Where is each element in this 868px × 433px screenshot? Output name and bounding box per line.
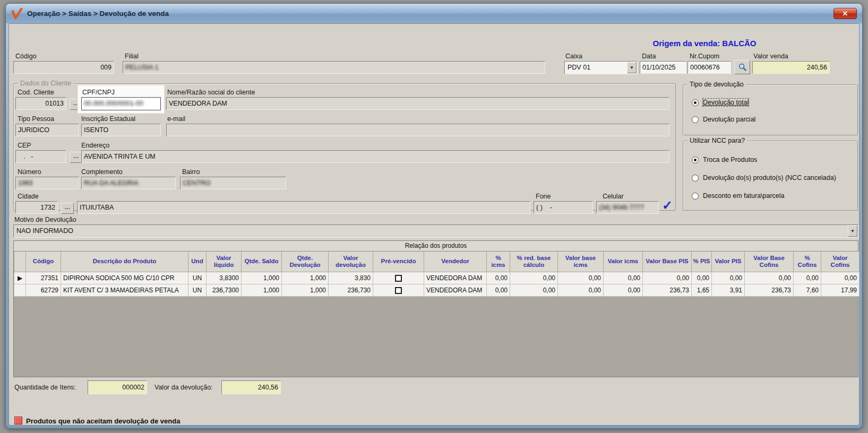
- radio-devolucao-parcial[interactable]: Devolução parcial: [692, 115, 755, 124]
- quantidade-itens-field: 000002: [88, 380, 147, 394]
- filial-label: Filial: [125, 53, 139, 60]
- non-returnable-legend-text: Produtos que não aceitam devolução de ve…: [26, 417, 180, 425]
- pre-vencido-checkbox[interactable]: [395, 275, 402, 282]
- col-valor-liquido: Valor líquido: [207, 252, 242, 272]
- col-pre-vencido: Pré-vencido: [373, 252, 424, 272]
- cupom-label: Nr.Cupom: [690, 53, 719, 60]
- nome-cliente-field[interactable]: VENDEDORA DAM: [166, 97, 669, 110]
- radio-icon: [692, 157, 699, 163]
- cidade-codigo-field[interactable]: 1732: [15, 201, 58, 214]
- cep-field[interactable]: . -: [15, 150, 66, 163]
- celular-label: Celular: [603, 193, 624, 200]
- app-logo-icon: [11, 8, 23, 20]
- radio-desconto-fatura[interactable]: Desconto em fatura\parcela: [692, 191, 785, 201]
- non-returnable-legend-swatch: [14, 417, 22, 425]
- radio-devolucao-ncc-cancelada[interactable]: Devolução do(s) produto(s) (NCC cancelad…: [692, 173, 836, 183]
- cep-lookup-button[interactable]: ...: [70, 152, 82, 163]
- email-field[interactable]: [166, 124, 669, 136]
- celular-field[interactable]: (34) 9046-7777: [596, 201, 659, 214]
- grid-header-row: Código Descrição do Produto Und Valor lí…: [14, 252, 860, 272]
- endereco-field[interactable]: AVENIDA TRINTA E UM: [81, 150, 669, 163]
- endereco-label: Endereço: [81, 142, 110, 149]
- complemento-field[interactable]: RUA DA ALEGRIA: [81, 177, 176, 189]
- cidade-label: Cidade: [18, 193, 39, 200]
- email-label: e-mail: [167, 115, 185, 123]
- data-label: Data: [642, 53, 656, 60]
- search-cupom-button[interactable]: [734, 60, 750, 74]
- confirm-client-button[interactable]: ✓: [662, 198, 673, 213]
- complemento-label: Complemento: [81, 168, 123, 176]
- cod-cliente-field[interactable]: 01013: [15, 97, 66, 110]
- numero-label: Número: [18, 168, 41, 176]
- cpf-field[interactable]: 00.000.000/0001-00: [81, 97, 161, 110]
- valor-devolucao-field: 240,56: [221, 380, 281, 394]
- products-table: Código Descrição do Produto Und Valor lí…: [14, 252, 860, 297]
- filial-field[interactable]: PELUSIA 1: [123, 61, 545, 74]
- dots-icon: ...: [65, 203, 70, 211]
- tipo-devolucao-title: Tipo de devolução: [687, 81, 746, 88]
- col-valor-base-cofins: Valor Base Cofins: [745, 252, 794, 272]
- inscricao-estadual-label: Inscrição Estadual: [81, 115, 135, 123]
- radio-icon: [692, 116, 699, 123]
- dots-icon: ...: [73, 152, 79, 160]
- tipo-pessoa-label: Tipo Pessoa: [18, 115, 54, 123]
- form-content: Origem da venda: BALCÃO Código 009 Filia…: [8, 23, 860, 426]
- cidade-lookup-button[interactable]: ...: [61, 203, 74, 214]
- chevron-down-icon[interactable]: ▼: [848, 226, 857, 237]
- col-valor-pis: Valor PIS: [712, 252, 745, 272]
- radio-devolucao-total[interactable]: Devolução total: [692, 98, 749, 107]
- quantidade-itens-label: Quantidade de Itens:: [14, 384, 76, 391]
- col-qtde-devolucao: Qtde. Devolução: [282, 252, 329, 272]
- col-pct-icms: % icms: [487, 252, 510, 272]
- col-valor-cofins: Valor Cofins: [821, 252, 860, 272]
- col-pct-cofins: % Cofins: [794, 252, 821, 272]
- table-row[interactable]: 62729 KIT AVENT C/ 3 MAMADEIRAS PETALA U…: [14, 284, 860, 296]
- caixa-combobox[interactable]: PDV 01 ▼: [564, 61, 638, 74]
- cpf-label: CPF/CNPJ: [82, 89, 115, 96]
- products-grid: Relação dos produtos Código Descrição do…: [13, 240, 858, 377]
- ncc-title: Utilizar NCC para?: [687, 137, 747, 144]
- window-title: Operação > Saídas > Devolução de venda: [27, 10, 169, 18]
- data-field[interactable]: 01/10/2025: [640, 61, 686, 74]
- tipo-devolucao-groupbox: Tipo de devolução Devolução total Devolu…: [683, 84, 858, 135]
- chevron-down-icon[interactable]: ▼: [627, 62, 637, 73]
- valor-devolucao-label: Valor da devolução:: [154, 384, 213, 391]
- radio-icon: [692, 193, 699, 200]
- codigo-label: Código: [15, 53, 37, 60]
- codigo-field[interactable]: 009: [13, 61, 114, 74]
- bairro-field[interactable]: CENTRO: [180, 177, 286, 189]
- cep-label: CEP: [18, 142, 31, 149]
- caixa-label: Caixa: [565, 53, 582, 60]
- motivo-label: Motivo de Devolução: [14, 216, 76, 223]
- inscricao-estadual-field[interactable]: ISENTO: [81, 124, 161, 136]
- close-button[interactable]: ✕: [833, 8, 857, 19]
- search-icon: [738, 63, 747, 72]
- cidade-nome-field[interactable]: ITUIUTABA: [77, 201, 530, 214]
- dados-cliente-title: Dados do Cliente: [18, 80, 73, 87]
- titlebar: Operação > Saídas > Devolução de venda ✕: [6, 4, 862, 23]
- valor-venda-label: Valor venda: [753, 53, 788, 60]
- motivo-combobox[interactable]: NAO INFORMADO ▼: [13, 224, 858, 238]
- col-valor-base-icms: Valor base icms: [558, 252, 604, 272]
- cupom-field[interactable]: 00060676: [687, 61, 731, 74]
- col-pct-pis: % PIS: [692, 252, 712, 272]
- ncc-groupbox: Utilizar NCC para? Troca de Produtos Dev…: [683, 141, 858, 211]
- fone-field[interactable]: ( ) -: [534, 201, 593, 214]
- col-valor-icms: Valor icms: [604, 252, 643, 272]
- numero-field[interactable]: 1963: [15, 177, 79, 189]
- table-row[interactable]: ▶ 27351 DIPIRONA SODICA 500 MG C/10 CPR …: [14, 272, 860, 284]
- radio-icon: [692, 175, 699, 181]
- bairro-label: Bairro: [182, 168, 200, 176]
- col-valor-devolucao: Valor devolução: [329, 252, 373, 272]
- pre-vencido-checkbox[interactable]: [395, 287, 402, 294]
- col-descricao: Descrição do Produto: [61, 252, 188, 272]
- app-window: Operação > Saídas > Devolução de venda ✕…: [5, 3, 863, 429]
- tipo-pessoa-field[interactable]: JURIDICO: [15, 124, 79, 136]
- col-valor-base-pis: Valor Base PIS: [643, 252, 692, 272]
- grid-title: Relação dos produtos: [14, 241, 858, 252]
- radio-troca-produtos[interactable]: Troca de Produtos: [692, 155, 757, 164]
- nome-cliente-label: Nome/Razão social do cliente: [167, 89, 255, 96]
- row-indicator-icon: ▶: [14, 272, 26, 284]
- fone-label: Fone: [536, 193, 551, 200]
- cod-cliente-label: Cod. Cliente: [18, 89, 54, 96]
